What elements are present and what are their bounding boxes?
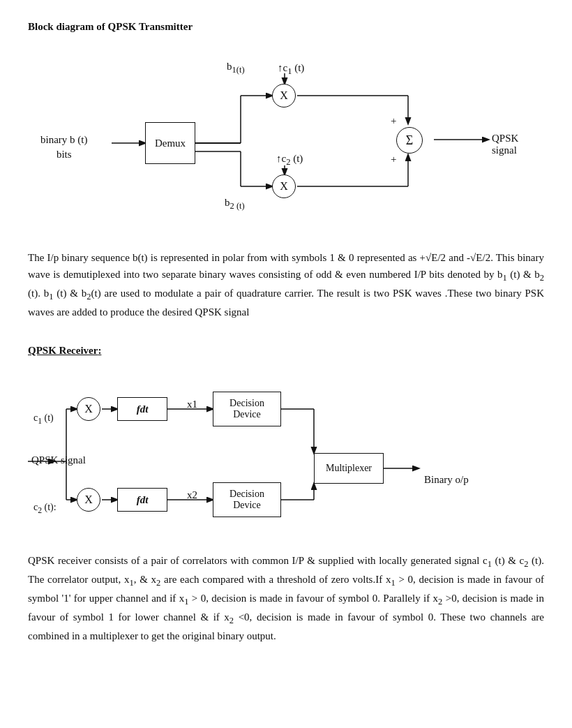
receiver-title: QPSK Receiver: <box>28 345 544 357</box>
receiver-arrows <box>28 371 544 538</box>
multiplier-bottom: X <box>272 174 296 198</box>
binary-input-label: binary b (t)bits <box>40 133 87 162</box>
decision-device-bot: DecisionDevice <box>213 482 281 517</box>
plus-bot: + <box>391 154 396 165</box>
transmitter-diagram: b1(t) ↑c1 (t) X binary b (t)bits Demux b… <box>28 40 544 242</box>
x2-label: x2 <box>187 489 197 501</box>
qpsk-signal-label: QPSK signal <box>492 133 544 156</box>
decision-device-top: DecisionDevice <box>213 392 281 426</box>
sigma-node: Σ <box>396 127 423 154</box>
fdt-box-top: fdt <box>117 397 167 421</box>
transmitter-description: The I/p binary sequence b(t) is represen… <box>28 249 544 320</box>
binary-op-label: Binary o/p <box>424 474 469 486</box>
c1-label: ↑c1 (t) <box>278 62 304 77</box>
x-circle-bot-receiver: X <box>77 488 100 512</box>
multiplier-top: X <box>272 84 296 107</box>
c1-receiver-label: c1 (t) <box>33 413 54 426</box>
x-circle-top-receiver: X <box>77 397 100 421</box>
c2-label: ↑c2 (t) <box>276 153 303 168</box>
fdt-box-bot: fdt <box>117 488 167 512</box>
demux-box: Demux <box>145 122 195 164</box>
b1-label: b1(t) <box>227 61 245 75</box>
b2-label: b2 (t) <box>225 197 245 211</box>
plus-top: + <box>391 115 396 127</box>
receiver-description: QPSK receiver consists of a pair of corr… <box>28 552 544 644</box>
transmitter-title: Block diagram of QPSK Transmitter <box>28 21 544 33</box>
multiplexer-box: Multiplexer <box>314 453 384 484</box>
x1-label: x1 <box>187 399 197 410</box>
receiver-diagram: c1 (t) c2 (t): QPSK signal X fdt x1 Deci… <box>28 371 544 538</box>
qpsk-receiver-signal-label: QPSK signal <box>31 454 86 466</box>
c2-receiver-label: c2 (t): <box>33 502 57 515</box>
